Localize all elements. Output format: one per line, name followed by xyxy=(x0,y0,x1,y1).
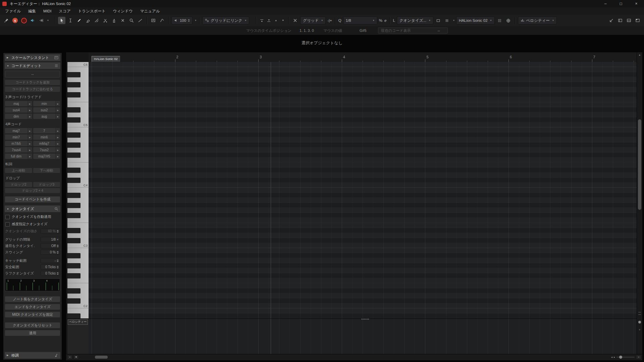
grid-type-icon[interactable]: -|+ xyxy=(327,18,332,22)
object-selection-tool[interactable] xyxy=(58,17,65,24)
black-key[interactable] xyxy=(67,273,80,279)
show-part-borders-button[interactable] xyxy=(435,17,442,24)
quantize-row-field[interactable]: - xyxy=(41,258,60,263)
move-down-button[interactable]: ▼ xyxy=(266,17,272,24)
quantize-row-field[interactable]: 60 % xyxy=(41,229,60,234)
chord-options-caret-icon[interactable]: ▶ xyxy=(28,154,32,159)
line-tool[interactable] xyxy=(137,17,144,24)
controller-lane-header[interactable]: ベロシティー xyxy=(67,319,89,354)
autoscroll-button[interactable] xyxy=(38,17,45,24)
horizontal-zoom-slider[interactable] xyxy=(616,357,635,358)
spinner-icon[interactable] xyxy=(57,251,59,254)
vertical-zoom-plus[interactable]: + xyxy=(637,328,642,331)
black-key[interactable] xyxy=(67,117,80,123)
black-key[interactable] xyxy=(67,132,80,138)
chord-button[interactable]: 7sus2▶ xyxy=(33,147,60,153)
match-chord-track-button[interactable]: コードトラックに合わせる xyxy=(5,86,60,92)
horizontal-scroll-thumb[interactable] xyxy=(95,356,108,359)
chord-options-caret-icon[interactable]: ▶ xyxy=(55,114,60,119)
black-key[interactable] xyxy=(67,253,80,258)
auto-select-controllers-button[interactable] xyxy=(150,17,157,24)
chord-button[interactable]: full dim▶ xyxy=(5,154,32,159)
black-key[interactable] xyxy=(67,107,80,113)
chord-button[interactable]: min7▶ xyxy=(5,134,32,140)
chord-options-caret-icon[interactable]: ▶ xyxy=(28,114,32,119)
chord-options-caret-icon[interactable]: ▶ xyxy=(28,134,32,140)
drop-2-4-button[interactable]: ドロップ2 + 4 xyxy=(5,188,60,193)
mute-tool[interactable] xyxy=(119,17,126,24)
glue-tool[interactable] xyxy=(110,17,118,24)
edit-mode-caret[interactable]: ▼ xyxy=(453,19,455,21)
transpose-up-button[interactable]: ▲ xyxy=(273,17,279,24)
chord-options-caret-icon[interactable]: ▶ xyxy=(55,141,60,146)
black-key[interactable] xyxy=(67,288,80,294)
black-key[interactable] xyxy=(67,313,80,319)
time-ruler[interactable]: 234567 xyxy=(89,52,637,62)
create-chord-event-button[interactable]: コードイベントを作成 xyxy=(5,196,60,202)
chord-button[interactable]: dim▶ xyxy=(5,114,32,119)
section-chord-edit[interactable]: ▼ コードエディット xyxy=(5,62,60,69)
split-tool[interactable] xyxy=(102,17,109,24)
drop-button[interactable]: ドロップ2 xyxy=(5,182,32,187)
edit-mode-button[interactable] xyxy=(443,17,451,24)
black-key[interactable] xyxy=(67,178,80,183)
insert-velocity-field[interactable]: 100 xyxy=(171,16,193,24)
black-key[interactable] xyxy=(67,153,80,158)
snap-on-off-button[interactable] xyxy=(291,17,299,24)
chord-options-caret-icon[interactable]: ▶ xyxy=(28,147,32,153)
piano-keyboard[interactable]: C6C5C4C3C2 xyxy=(67,62,89,319)
vertical-scrollbar[interactable]: ▲ + xyxy=(637,52,642,354)
chord-options-caret-icon[interactable]: ▶ xyxy=(55,134,60,140)
autoscroll-options-caret[interactable]: ▼ xyxy=(47,19,49,21)
draw-tool[interactable] xyxy=(75,17,83,24)
iq-quantize-row[interactable]: 感度指定クオンタイズ xyxy=(5,222,60,227)
quantize-function-button[interactable]: エンドをクオンタイズ xyxy=(5,304,60,310)
chord-button[interactable]: maj▶ xyxy=(5,101,32,106)
inversion-button[interactable]: 上へ移動 xyxy=(5,168,32,173)
quantize-function-button[interactable]: MIDI クオンタイズを固定 xyxy=(5,312,60,317)
black-key[interactable] xyxy=(67,92,80,98)
spinner-icon[interactable] xyxy=(57,245,59,247)
section-quantize[interactable]: ▼ クオンタイズ xyxy=(5,205,60,212)
section-scale-assistant[interactable]: ▶ スケールアシスタント xyxy=(5,54,60,61)
black-key[interactable] xyxy=(67,298,80,304)
note-expression-button[interactable] xyxy=(158,17,166,24)
quantize-row-field[interactable]: 0 % xyxy=(41,250,60,255)
black-key[interactable] xyxy=(67,203,80,208)
vertical-scroll-thumb[interactable] xyxy=(638,119,641,210)
chord-options-caret-icon[interactable]: ▶ xyxy=(55,107,60,113)
menu-item-6[interactable]: マニュアル xyxy=(137,7,164,15)
scroll-left-arrow-icon[interactable]: ◂ xyxy=(611,356,612,359)
erase-tool[interactable] xyxy=(84,17,92,24)
acoustic-feedback-button[interactable] xyxy=(29,17,36,24)
inversion-button[interactable]: 下へ移動 xyxy=(33,168,60,173)
chord-options-caret-icon[interactable]: ▶ xyxy=(28,128,32,133)
quantize-row-field[interactable]: 0 Ticks xyxy=(41,264,60,269)
menu-item-5[interactable]: ウィンドウ xyxy=(109,7,137,15)
black-key[interactable] xyxy=(67,82,80,87)
menu-item-2[interactable]: MIDI xyxy=(40,7,55,15)
black-key[interactable] xyxy=(67,228,80,233)
drop-button[interactable]: ドロップ3 xyxy=(33,182,60,187)
chord-button[interactable]: maj7▶ xyxy=(5,128,32,133)
spinner-icon[interactable] xyxy=(57,272,59,275)
spinner-icon[interactable] xyxy=(57,266,59,268)
show-lower-zone-button[interactable] xyxy=(625,17,633,24)
black-key[interactable] xyxy=(67,213,80,218)
controller-lane-body[interactable] xyxy=(89,319,637,354)
checkbox-icon[interactable] xyxy=(5,222,10,227)
apply-quantize-button[interactable]: 適用 xyxy=(5,330,60,336)
spinner-icon[interactable] xyxy=(57,230,59,233)
reset-quantize-button[interactable]: クオンタイズをリセット xyxy=(5,322,60,328)
move-up-button[interactable]: ▲ xyxy=(259,17,265,24)
open-quantize-panel-icon[interactable]: e xyxy=(384,18,386,22)
vertical-zoom-dot[interactable] xyxy=(638,321,641,323)
quantize-preset-dropdown[interactable]: 1/8 ▼ xyxy=(343,16,377,24)
chord-button[interactable]: 7▶ xyxy=(33,128,60,133)
quantize-function-button[interactable]: ノート長をクオンタイズ xyxy=(5,296,60,302)
scroll-right-arrow-icon[interactable]: ▸ xyxy=(614,356,615,359)
note-display-grid[interactable] xyxy=(89,62,637,319)
midi-input-button[interactable] xyxy=(505,17,512,24)
add-chord-track-button[interactable]: コードトラックを追加 xyxy=(5,80,60,85)
link-to-grid-dropdown[interactable]: グリッドにリンク ▼ xyxy=(202,16,249,24)
